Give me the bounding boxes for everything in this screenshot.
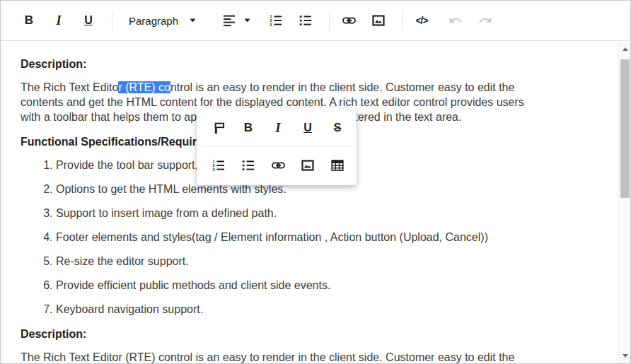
rich-text-editor: B I U Paragraph: [0, 0, 631, 364]
alignments-dropdown[interactable]: [216, 8, 257, 33]
create-link-button[interactable]: [336, 8, 361, 33]
rte-content-area[interactable]: Description: The Rich Text Editor (RTE) …: [1, 41, 630, 363]
italic-button[interactable]: I: [265, 115, 291, 141]
rte-document: Description: The Rich Text Editor (RTE) …: [1, 41, 630, 363]
paragraph-line: contents and get the HTML content for th…: [21, 95, 591, 110]
unordered-list-icon: [242, 159, 255, 172]
scroll-down-button[interactable]: [619, 350, 631, 362]
quick-toolbar-row-1: B I U S: [197, 112, 357, 144]
insert-image-button[interactable]: [294, 152, 321, 179]
toolbar-separator: [402, 11, 403, 30]
bold-icon: B: [25, 13, 33, 28]
undo-button[interactable]: [443, 8, 468, 33]
unordered-list-icon: [299, 14, 312, 27]
arrow-down-icon: [623, 354, 628, 358]
bold-icon: B: [244, 121, 253, 135]
format-painter-icon: [212, 122, 226, 135]
ordered-list-icon: 123: [212, 159, 225, 172]
undo-icon: [448, 13, 463, 28]
redo-button[interactable]: [473, 8, 498, 33]
paragraph-line: The Rich Text Editor (RTE) control is an…: [21, 350, 591, 363]
quick-toolbar-popup: B I U S 123: [197, 108, 357, 185]
create-link-button[interactable]: [265, 152, 291, 179]
scrollbar-thumb[interactable]: [620, 59, 630, 198]
format-dropdown[interactable]: Paragraph: [119, 8, 206, 33]
list-item: Support to insert image from a defined p…: [56, 206, 591, 221]
bold-button[interactable]: B: [235, 115, 262, 141]
description-paragraph-2: The Rich Text Editor (RTE) control is an…: [21, 350, 591, 363]
ordered-list-button[interactable]: 123: [263, 8, 289, 33]
link-icon: [272, 159, 285, 172]
strikethrough-button[interactable]: S: [324, 115, 351, 141]
toolbar-separator: [112, 11, 112, 30]
image-icon: [372, 14, 385, 27]
ordered-list-icon: 123: [270, 14, 282, 27]
chevron-down-icon: [190, 18, 196, 23]
align-left-icon: [223, 14, 236, 27]
italic-icon: I: [56, 13, 61, 28]
unordered-list-button[interactable]: [235, 152, 262, 179]
table-icon: [331, 159, 344, 172]
scroll-up-button[interactable]: [619, 43, 631, 55]
svg-text:3: 3: [213, 168, 215, 172]
quick-toolbar-row-2: 123: [197, 149, 357, 182]
bold-button[interactable]: B: [16, 8, 42, 33]
underline-icon: U: [84, 14, 93, 27]
underline-button[interactable]: U: [294, 115, 321, 141]
list-item: Provide efficient public methods and cli…: [56, 278, 591, 293]
strikethrough-icon: S: [334, 122, 342, 134]
list-item: Keyboard navigation support.: [56, 302, 591, 317]
unordered-list-button[interactable]: [293, 8, 318, 33]
source-code-button[interactable]: </>: [409, 8, 434, 33]
link-icon: [342, 14, 356, 27]
format-dropdown-label: Paragraph: [129, 15, 178, 27]
underline-button[interactable]: U: [76, 8, 101, 33]
vertical-scrollbar[interactable]: [618, 42, 630, 363]
redo-icon: [478, 13, 492, 28]
source-code-icon: </>: [415, 15, 427, 26]
chevron-down-icon: [244, 18, 250, 23]
text-selection: r (RTE) co: [118, 81, 170, 93]
underline-icon: U: [303, 122, 312, 134]
italic-button[interactable]: I: [46, 8, 71, 33]
arrow-up-icon: [623, 47, 628, 51]
rte-toolbar: B I U Paragraph: [1, 1, 630, 41]
image-icon: [301, 159, 314, 172]
italic-icon: I: [275, 121, 280, 136]
list-item: Re-size the editor support.: [56, 254, 591, 269]
description-heading-1: Description:: [21, 57, 591, 71]
popup-divider: [202, 146, 351, 147]
toolbar-separator: [329, 11, 330, 30]
ordered-list-button[interactable]: 123: [205, 152, 232, 179]
list-item: Footer elements and styles(tag / Element…: [56, 230, 591, 245]
insert-image-button[interactable]: [366, 8, 391, 33]
svg-text:3: 3: [270, 23, 272, 27]
format-painter-button[interactable]: [205, 115, 232, 141]
paragraph-line: The Rich Text Editor (RTE) control is an…: [21, 80, 591, 95]
description-heading-2: Description:: [21, 327, 591, 341]
create-table-button[interactable]: [324, 152, 351, 179]
